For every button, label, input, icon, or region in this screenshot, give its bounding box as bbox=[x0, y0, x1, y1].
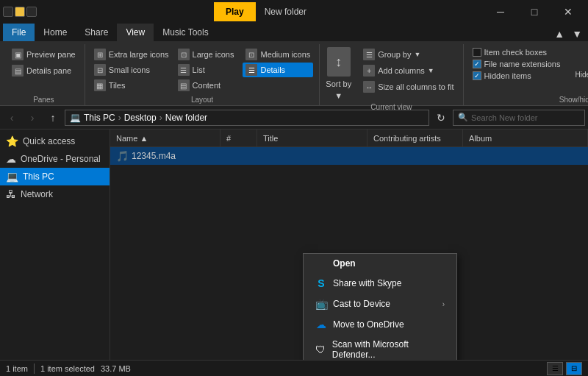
col-title[interactable]: Title bbox=[257, 130, 368, 146]
cm-defender[interactable]: 🛡 Scan with Microsoft Defender... bbox=[304, 335, 456, 360]
sidebar-item-quick-access[interactable]: ⭐ Quick access bbox=[0, 132, 110, 150]
panes-items: ▣ Preview pane ▤ Details pane bbox=[9, 44, 79, 93]
status-size: 33.7 MB bbox=[101, 364, 131, 373]
path-sep-1: › bbox=[118, 113, 121, 123]
file-list: Name ▲ # Title Contributing artists Albu… bbox=[110, 130, 588, 360]
col-num[interactable]: # bbox=[220, 130, 257, 146]
tab-file[interactable]: File bbox=[3, 24, 35, 41]
add-columns-btn[interactable]: + Add columns ▼ bbox=[360, 63, 456, 78]
tiles-btn[interactable]: ▦ Tiles bbox=[91, 78, 172, 93]
title-tab-area: Play New folder bbox=[37, 2, 484, 21]
file-title bbox=[257, 147, 368, 165]
col-name[interactable]: Name ▲ bbox=[110, 130, 220, 146]
sidebar-item-this-pc[interactable]: 💻 This PC bbox=[0, 168, 110, 185]
hidden-items-cb[interactable] bbox=[473, 71, 481, 80]
file-extensions-cb[interactable] bbox=[473, 60, 481, 68]
back-button[interactable]: ‹ bbox=[3, 109, 21, 127]
sort-icon: ↕ bbox=[327, 47, 351, 77]
layout-label: Layout bbox=[91, 93, 314, 105]
item-checkboxes-cb[interactable] bbox=[473, 48, 481, 57]
ribbon-tabs: File Home Share View Music Tools ▲ ▼ bbox=[0, 24, 588, 41]
address-path[interactable]: 💻 This PC › Desktop › New folder bbox=[65, 110, 429, 126]
sidebar: ⭐ Quick access ☁ OneDrive - Personal 💻 T… bbox=[0, 130, 110, 360]
size-columns-icon: ↔ bbox=[363, 81, 375, 93]
file-icon-name: 🎵 12345.m4a bbox=[110, 147, 220, 165]
file-num bbox=[220, 147, 257, 165]
sort-by-btn[interactable]: ↕ Sort by ▼ bbox=[326, 47, 351, 100]
maximize-button[interactable]: □ bbox=[517, 0, 551, 24]
file-album bbox=[463, 147, 588, 165]
cm-open[interactable]: Open bbox=[304, 254, 456, 273]
sidebar-label-network: Network bbox=[21, 189, 53, 199]
main-area: ⭐ Quick access ☁ OneDrive - Personal 💻 T… bbox=[0, 130, 588, 360]
details-btn[interactable]: ☰ Details bbox=[243, 63, 313, 77]
tab-view[interactable]: View bbox=[117, 24, 154, 41]
extra-large-icons-btn[interactable]: ⊞ Extra large icons bbox=[91, 47, 172, 62]
status-count: 1 item bbox=[6, 364, 28, 373]
col-album[interactable]: Album bbox=[463, 130, 588, 146]
minimize-button[interactable]: ─ bbox=[484, 0, 517, 24]
group-by-btn[interactable]: ☰ Group by ▼ bbox=[360, 47, 456, 62]
forward-button[interactable]: › bbox=[24, 109, 41, 127]
status-separator bbox=[34, 363, 35, 374]
status-view-toggle: ☰ ⊟ bbox=[547, 362, 582, 375]
cm-defender-icon: 🛡 bbox=[315, 344, 326, 355]
close-button[interactable]: ✕ bbox=[551, 0, 585, 24]
list-view-btn[interactable]: ☰ bbox=[547, 362, 563, 375]
layout-items: ⊞ Extra large icons ⊡ Large icons ⊟ Smal… bbox=[91, 44, 314, 93]
ribbon-down-arrow[interactable]: ▼ bbox=[569, 26, 585, 41]
sidebar-label-this-pc: This PC bbox=[23, 171, 54, 182]
details-icon: ▤ bbox=[12, 65, 24, 77]
details-view-btn[interactable]: ⊟ bbox=[566, 362, 582, 375]
col-artist[interactable]: Contributing artists bbox=[368, 130, 463, 146]
cm-cast-icon: 📺 bbox=[315, 298, 327, 310]
file-name: 12345.m4a bbox=[132, 151, 176, 161]
ribbon-up-arrow[interactable]: ▲ bbox=[551, 26, 567, 41]
file-list-header: Name ▲ # Title Contributing artists Albu… bbox=[110, 130, 588, 147]
path-folder: New folder bbox=[165, 113, 207, 123]
file-extensions-row: File name extensions bbox=[470, 59, 564, 69]
hide-selected-btn[interactable]: 👁 Hide selected items bbox=[572, 47, 588, 80]
checkboxes: Item check boxes File name extensions Hi… bbox=[470, 47, 564, 81]
cm-onedrive[interactable]: ☁ Move to OneDrive bbox=[304, 314, 456, 335]
app-icon-2 bbox=[15, 7, 25, 17]
refresh-button[interactable]: ↻ bbox=[432, 109, 450, 127]
sidebar-item-network[interactable]: 🖧 Network bbox=[0, 185, 110, 203]
ribbon-group-current-view: ↕ Sort by ▼ ☰ Group by ▼ + Add columns ▼… bbox=[320, 44, 463, 105]
cm-onedrive-icon: ☁ bbox=[315, 319, 327, 330]
details-layout-icon: ☰ bbox=[245, 64, 257, 76]
search-box[interactable]: 🔍 Search New folder bbox=[453, 110, 585, 126]
sidebar-item-onedrive[interactable]: ☁ OneDrive - Personal bbox=[0, 150, 110, 168]
details-pane-btn[interactable]: ▤ Details pane bbox=[9, 63, 79, 78]
panes-label: Panes bbox=[9, 93, 79, 105]
cm-cast[interactable]: 📺 Cast to Device › bbox=[304, 294, 456, 314]
tab-music-tools[interactable]: Music Tools bbox=[154, 24, 217, 41]
size-columns-btn[interactable]: ↔ Size all columns to fit bbox=[360, 79, 456, 94]
ribbon: ▣ Preview pane ▤ Details pane Panes ⊞ Ex… bbox=[0, 41, 588, 106]
up-button[interactable]: ↑ bbox=[44, 109, 62, 127]
title-bar: Play New folder ─ □ ✕ bbox=[0, 0, 588, 24]
show-hide-items: Item check boxes File name extensions Hi… bbox=[470, 44, 588, 93]
large-icons-btn[interactable]: ⊡ Large icons bbox=[175, 47, 237, 62]
list-btn[interactable]: ☰ List bbox=[175, 63, 237, 77]
small-icons-btn[interactable]: ⊟ Small icons bbox=[91, 63, 172, 77]
cm-share-skype[interactable]: S Share with Skype bbox=[304, 273, 456, 294]
quick-access-icon: ⭐ bbox=[6, 135, 18, 147]
tab-home[interactable]: Home bbox=[35, 24, 76, 41]
search-icon: 🔍 bbox=[458, 113, 468, 122]
file-artist bbox=[368, 147, 463, 165]
medium-icons-btn[interactable]: ⊡ Medium icons bbox=[243, 47, 313, 62]
table-row[interactable]: 🎵 12345.m4a bbox=[110, 147, 588, 165]
play-tab[interactable]: Play bbox=[214, 2, 256, 21]
preview-pane-btn[interactable]: ▣ Preview pane bbox=[9, 47, 79, 62]
extra-large-icon: ⊞ bbox=[94, 49, 106, 60]
current-view-items: ↕ Sort by ▼ ☰ Group by ▼ + Add columns ▼… bbox=[326, 44, 456, 100]
window-controls: ─ □ ✕ bbox=[484, 0, 585, 24]
this-pc-icon: 💻 bbox=[6, 171, 18, 182]
status-selected: 1 item selected bbox=[40, 364, 95, 373]
path-this-pc: This PC bbox=[84, 113, 115, 123]
content-btn[interactable]: ▤ Content bbox=[175, 78, 237, 93]
tab-share[interactable]: Share bbox=[76, 24, 117, 41]
window-title: New folder bbox=[265, 7, 306, 17]
hide-selected-area: 👁 Hide selected items bbox=[572, 47, 588, 80]
